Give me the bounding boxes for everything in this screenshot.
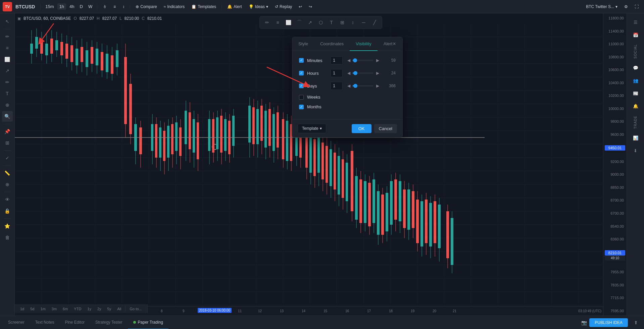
watchlist-btn[interactable]: ☰ xyxy=(630,16,642,28)
trash-tool[interactable]: 🗑 xyxy=(2,232,13,243)
period-all[interactable]: All xyxy=(114,306,124,312)
draw-cross-btn[interactable]: ╱ xyxy=(370,18,379,27)
pen-tool[interactable]: ✏ xyxy=(2,31,13,42)
templates-btn[interactable]: 📋 Templates xyxy=(189,3,219,10)
period-ytd[interactable]: YTD xyxy=(71,306,84,312)
tab-strategy-tester[interactable]: Strategy Tester xyxy=(90,316,128,329)
indicators-btn[interactable]: ≈ Indicators xyxy=(161,3,188,10)
publish-idea-btn[interactable]: PUBLISH IDEA xyxy=(589,318,628,327)
measure-tool[interactable]: ⊞ xyxy=(2,138,13,148)
minutes-arrow-right[interactable]: ▶ xyxy=(375,58,380,63)
days-min-input[interactable] xyxy=(331,82,343,90)
brush-tool[interactable]: ✏ xyxy=(2,77,13,88)
pin-tool[interactable]: 📌 xyxy=(2,126,13,137)
timeframe-1h[interactable]: 1h xyxy=(57,3,66,10)
period-1m[interactable]: 1m xyxy=(38,306,48,312)
draw-ray-btn[interactable]: ↗ xyxy=(305,18,315,27)
camera-btn[interactable]: 📷 xyxy=(579,317,589,328)
goto-btn[interactable]: Go to... xyxy=(127,306,144,312)
cursor-tool[interactable]: ↖ xyxy=(2,16,13,27)
tab-visibility[interactable]: Visibility xyxy=(350,37,378,51)
tab-coordinates[interactable]: Coordinates xyxy=(314,37,350,51)
minutes-thumb[interactable] xyxy=(353,58,357,62)
tab-paper-trading[interactable]: Paper Trading xyxy=(128,316,168,329)
timeframe-D[interactable]: D xyxy=(78,3,85,10)
draw-table-btn[interactable]: ⊞ xyxy=(338,18,347,27)
minutes-min-input[interactable] xyxy=(331,56,343,64)
period-5d[interactable]: 5d xyxy=(28,306,37,312)
draw-pencil-btn[interactable]: ✏ xyxy=(262,18,272,27)
cancel-button[interactable]: Cancel xyxy=(374,124,397,133)
draw-curve-btn[interactable]: ⌒ xyxy=(295,18,304,27)
rectangle-tool[interactable]: ⬜ xyxy=(2,54,13,65)
modal-close-btn[interactable]: × xyxy=(390,40,398,48)
period-3m[interactable]: 3m xyxy=(49,306,59,312)
bar-type-btn[interactable]: ≡ xyxy=(111,3,118,10)
ok-button[interactable]: OK xyxy=(352,124,371,133)
horizontal-line-tool[interactable]: ≡ xyxy=(2,43,13,53)
timeframe-W[interactable]: W xyxy=(86,3,94,10)
eye-tool[interactable]: 👁 xyxy=(2,194,13,205)
months-checkbox[interactable] xyxy=(299,105,304,109)
period-6m[interactable]: 6m xyxy=(60,306,70,312)
period-1d[interactable]: 1d xyxy=(17,306,27,312)
fullscreen-btn[interactable]: ⛶ xyxy=(632,3,641,10)
hours-thumb[interactable] xyxy=(353,71,357,75)
period-1y[interactable]: 1y xyxy=(85,306,94,312)
draw-lines-btn[interactable]: ≡ xyxy=(273,18,283,27)
minutes-slider[interactable]: ◀ ▶ xyxy=(346,58,380,63)
symbol-display[interactable]: BTCUSD xyxy=(15,4,35,9)
days-checkbox[interactable] xyxy=(299,84,304,88)
settings-btn[interactable]: ⚙ xyxy=(622,3,631,10)
download-btn[interactable]: ⬇ xyxy=(630,145,642,157)
period-2y[interactable]: 2y xyxy=(95,306,104,312)
lock-tool[interactable]: 🔒 xyxy=(2,206,13,216)
period-5y[interactable]: 5y xyxy=(105,306,114,312)
zoom-tool[interactable]: 🔍 xyxy=(2,111,13,122)
hours-checkbox[interactable] xyxy=(299,71,304,75)
crosshair-tool[interactable]: ⊕ xyxy=(2,100,13,110)
template-dropdown-btn[interactable]: Template ▾ xyxy=(298,124,326,133)
calendar-btn[interactable]: 📅 xyxy=(630,29,642,41)
days-arrow-right[interactable]: ▶ xyxy=(375,83,380,89)
draw-hline-btn[interactable]: ─ xyxy=(359,18,368,27)
magnet-tool[interactable]: ⊕ xyxy=(2,179,13,190)
people-btn[interactable]: 👥 xyxy=(630,75,642,87)
ideas-btn[interactable]: 💡 Ideas ▾ xyxy=(246,3,271,10)
hours-arrow-left[interactable]: ◀ xyxy=(346,70,351,76)
hours-min-input[interactable] xyxy=(331,69,343,77)
weeks-checkbox[interactable] xyxy=(299,95,304,100)
days-arrow-left[interactable]: ◀ xyxy=(346,83,351,89)
ruler-tool[interactable]: 📏 xyxy=(2,168,13,178)
timeframe-4h[interactable]: 4h xyxy=(67,3,76,10)
chat-btn[interactable]: 💬 xyxy=(630,62,642,74)
days-slider[interactable]: ◀ ▶ xyxy=(346,83,380,89)
trade-btn[interactable]: 📊 xyxy=(630,132,642,144)
compare-btn[interactable]: ⊕ Compare xyxy=(133,3,159,10)
news-btn[interactable]: 📰 xyxy=(630,88,642,100)
expand-btn[interactable]: ⬆ xyxy=(631,317,641,328)
notification-btn[interactable]: 🔔 xyxy=(630,100,642,112)
draw-rect-btn[interactable]: ⬜ xyxy=(284,18,293,27)
tab-pine-editor[interactable]: Pine Editor xyxy=(59,316,90,329)
days-thumb[interactable] xyxy=(353,84,357,88)
replay-btn[interactable]: ↺ Replay xyxy=(272,3,295,10)
undo-btn[interactable]: ↩ xyxy=(296,3,305,10)
tv-account-btn[interactable]: BTC Twitter S... ▾ xyxy=(583,3,620,10)
alert-btn[interactable]: 🔔 Alert xyxy=(225,3,245,10)
star-tool[interactable]: ⭐ xyxy=(2,221,13,231)
hours-slider[interactable]: ◀ ▶ xyxy=(346,70,380,76)
redo-btn[interactable]: ↪ xyxy=(306,3,315,10)
timeframe-15m[interactable]: 15m xyxy=(43,3,56,10)
hours-arrow-right[interactable]: ▶ xyxy=(375,70,380,76)
draw-hex-btn[interactable]: ⬡ xyxy=(316,18,326,27)
draw-anchor-btn[interactable]: T xyxy=(327,18,336,27)
sort-btn[interactable]: ↕ xyxy=(120,3,127,10)
checkmark-tool[interactable]: ✓ xyxy=(2,153,13,163)
draw-vert-btn[interactable]: ↕ xyxy=(348,18,358,27)
text-tool[interactable]: T xyxy=(2,88,13,99)
arrow-tool[interactable]: ↗ xyxy=(2,65,13,76)
tab-screener[interactable]: Screener xyxy=(3,316,30,329)
tab-text-notes[interactable]: Text Notes xyxy=(30,316,60,329)
tab-style[interactable]: Style xyxy=(292,37,314,51)
